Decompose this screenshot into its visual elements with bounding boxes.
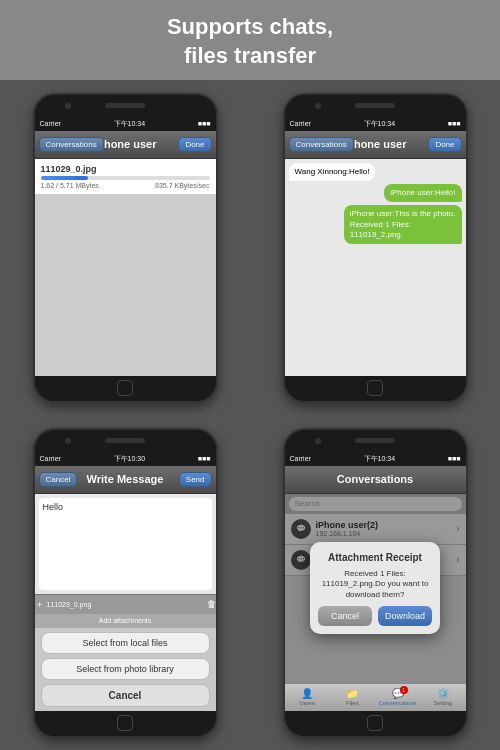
phone-1-status-bar: Carrier 下午10:34 ■■■ (35, 117, 216, 131)
phone-2-done-btn[interactable]: Done (428, 137, 461, 152)
phone-1-carrier: Carrier (40, 120, 61, 127)
phone-2-carrier: Carrier (290, 120, 311, 127)
phone-1-battery: ■■■ (198, 120, 211, 127)
alert-message: Received 1 Files: 111019_2.png.Do you wa… (318, 569, 432, 600)
phone-4-screen: Carrier 下午10:34 ■■■ Conversations Search… (285, 452, 466, 711)
phone-4-bottom (285, 711, 466, 736)
phone-3-nav: Cancel Write Message Send (35, 466, 216, 494)
file-item: 111029_0.jpg 1.62 / 5.71 MBytes 835.7 KB… (35, 159, 216, 195)
phone-1-nav: Conversations iPhone user Done (35, 131, 216, 159)
setting-icon: ⚙️ (437, 688, 449, 699)
tab-setting-label: Setting (434, 700, 453, 706)
progress-bar-wrap (41, 176, 210, 180)
phone-cell-1: Carrier 下午10:34 ■■■ Conversations iPhone… (0, 80, 250, 415)
trash-icon: 🗑 (207, 599, 216, 609)
attachment-cancel-btn[interactable]: Cancel (41, 684, 210, 707)
phone-2-screen: Carrier 下午10:34 ■■■ Conversations iPhone… (285, 117, 466, 376)
phones-grid: Carrier 下午10:34 ■■■ Conversations iPhone… (0, 80, 500, 750)
chat-message-1: iPhone user:Hello! (384, 184, 461, 202)
tab-conversations-label: Conversations (378, 700, 416, 706)
conversations-icon: 💬 1 (392, 688, 404, 699)
phone-2-status-bar: Carrier 下午10:34 ■■■ (285, 117, 466, 131)
phone-1-screen: Carrier 下午10:34 ■■■ Conversations iPhone… (35, 117, 216, 376)
phone-1-content: 111029_0.jpg 1.62 / 5.71 MBytes 835.7 KB… (35, 159, 216, 376)
attachment-filename: 111029_0.png (47, 601, 92, 608)
conversations-badge: 1 (400, 686, 408, 694)
phone-1-back-btn[interactable]: Conversations (39, 137, 104, 152)
phone-2-nav: Conversations iPhone user Done (285, 131, 466, 159)
phone-1-bottom (35, 376, 216, 401)
phone-4-content: Search 💬 iPhone user(2) 192.168.1.104 › … (285, 494, 466, 683)
phone-2-back-btn[interactable]: Conversations (289, 137, 354, 152)
phone-4-nav: Conversations (285, 466, 466, 494)
file-meta: 1.62 / 5.71 MBytes 835.7 KBytes/sec (41, 182, 210, 189)
phone-1-home-button[interactable] (117, 380, 133, 396)
phone-3-cancel-btn[interactable]: Cancel (39, 472, 78, 487)
phone-4-time: 下午10:34 (364, 454, 396, 464)
phone-4-status-bar: Carrier 下午10:34 ■■■ (285, 452, 466, 466)
phone-1: Carrier 下午10:34 ■■■ Conversations iPhone… (33, 93, 218, 403)
phone-2-home-button[interactable] (367, 380, 383, 396)
phone-1-camera (65, 103, 71, 109)
progress-bar-fill (41, 176, 88, 180)
phone-3-status-bar: Carrier 下午10:30 ■■■ (35, 452, 216, 466)
phone-1-top (35, 95, 216, 117)
add-attachments-label: Add attachments (99, 617, 152, 624)
phone-2: Carrier 下午10:34 ■■■ Conversations iPhone… (283, 93, 468, 403)
phone-2-time: 下午10:34 (364, 119, 396, 129)
tab-users[interactable]: 👤 Users (285, 684, 330, 711)
phone-2-chat: Wang Xinnong:Hello! iPhone user:Hello! i… (285, 159, 466, 376)
phone-cell-2: Carrier 下午10:34 ■■■ Conversations iPhone… (250, 80, 500, 415)
tab-files[interactable]: 📁 Files (330, 684, 375, 711)
phone-3: Carrier 下午10:30 ■■■ Cancel Write Message… (33, 428, 218, 738)
alert-download-btn[interactable]: Download (378, 606, 432, 626)
tab-files-label: Files (346, 700, 359, 706)
files-icon: 📁 (346, 688, 358, 699)
phone-1-done-btn[interactable]: Done (178, 137, 211, 152)
tab-setting[interactable]: ⚙️ Setting (420, 684, 465, 711)
phone-3-nav-title: Write Message (87, 473, 164, 485)
tab-users-label: Users (299, 700, 315, 706)
phone-3-content: Hello ＋ 111029_0.png 🗑 Add attachments S… (35, 494, 216, 711)
phone-1-time: 下午10:34 (114, 119, 146, 129)
phone-3-send-btn[interactable]: Send (179, 472, 212, 487)
attachment-sheet: Select from local files Select from phot… (35, 628, 216, 711)
plus-icon: ＋ (35, 598, 44, 611)
phone-1-speaker (105, 103, 145, 108)
attachment-bar: ＋ 111029_0.png 🗑 (35, 594, 216, 614)
phone-2-speaker (355, 103, 395, 108)
tab-conversations[interactable]: 💬 1 Conversations (375, 684, 420, 711)
phone-2-bottom (285, 376, 466, 401)
phone-3-bottom (35, 711, 216, 736)
phone-3-time: 下午10:30 (114, 454, 146, 464)
phone-2-top (285, 95, 466, 117)
phone-2-battery: ■■■ (448, 120, 461, 127)
select-local-files-btn[interactable]: Select from local files (41, 632, 210, 654)
phone-4-carrier: Carrier (290, 455, 311, 462)
alert-title: Attachment Receipt (328, 552, 422, 563)
alert-dialog: Attachment Receipt Received 1 Files: 111… (310, 542, 440, 634)
phone-cell-4: Carrier 下午10:34 ■■■ Conversations Search… (250, 415, 500, 750)
phone-4-battery: ■■■ (448, 455, 461, 462)
select-photo-library-btn[interactable]: Select from photo library (41, 658, 210, 680)
phone-3-home-button[interactable] (117, 715, 133, 731)
phone-4-speaker (355, 438, 395, 443)
file-size: 1.62 / 5.71 MBytes (41, 182, 99, 189)
phone-3-battery: ■■■ (198, 455, 211, 462)
phone-4-home-button[interactable] (367, 715, 383, 731)
phone-4-nav-title: Conversations (337, 473, 413, 485)
chat-message-2: iPhone user:This is the photo.Received 1… (344, 205, 462, 244)
alert-cancel-btn[interactable]: Cancel (318, 606, 372, 626)
page-header: Supports chats, files transfer (0, 0, 500, 80)
phone-4-camera (315, 438, 321, 444)
file-name: 111029_0.jpg (41, 164, 210, 174)
phone-cell-3: Carrier 下午10:30 ■■■ Cancel Write Message… (0, 415, 250, 750)
phone-4-tab-bar: 👤 Users 📁 Files 💬 1 Conversations (285, 683, 466, 711)
phone-3-top (35, 430, 216, 452)
users-icon: 👤 (301, 688, 313, 699)
phone-3-camera (65, 438, 71, 444)
phone-4: Carrier 下午10:34 ■■■ Conversations Search… (283, 428, 468, 738)
message-input[interactable]: Hello (39, 498, 212, 590)
phone-4-top (285, 430, 466, 452)
phone-3-speaker (105, 438, 145, 443)
